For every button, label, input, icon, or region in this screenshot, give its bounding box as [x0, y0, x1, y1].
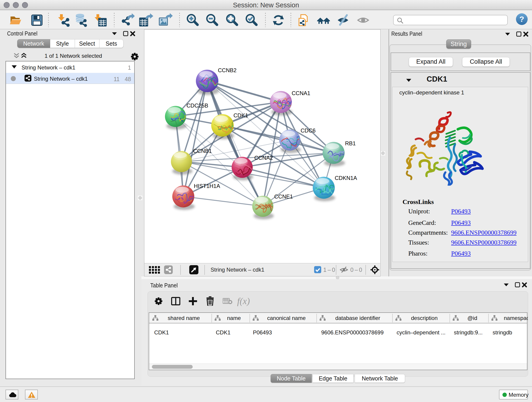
svg-text:CCNA1: CCNA1 — [292, 90, 310, 96]
svg-text:CCNB2: CCNB2 — [218, 67, 236, 73]
svg-text:CDC6: CDC6 — [301, 128, 316, 134]
svg-text:CCNA2: CCNA2 — [254, 155, 273, 161]
svg-text:CCNB1: CCNB1 — [193, 148, 212, 154]
svg-text:CCNE1: CCNE1 — [274, 193, 293, 200]
svg-text:CDK1: CDK1 — [234, 112, 248, 119]
svg-text:?: ? — [519, 15, 524, 23]
svg-text:RB1: RB1 — [345, 140, 356, 147]
svg-text:HIST1H1A: HIST1H1A — [194, 183, 220, 189]
svg-text:CDKN1A: CDKN1A — [335, 175, 357, 181]
svg-text:CDC25B: CDC25B — [186, 102, 208, 109]
